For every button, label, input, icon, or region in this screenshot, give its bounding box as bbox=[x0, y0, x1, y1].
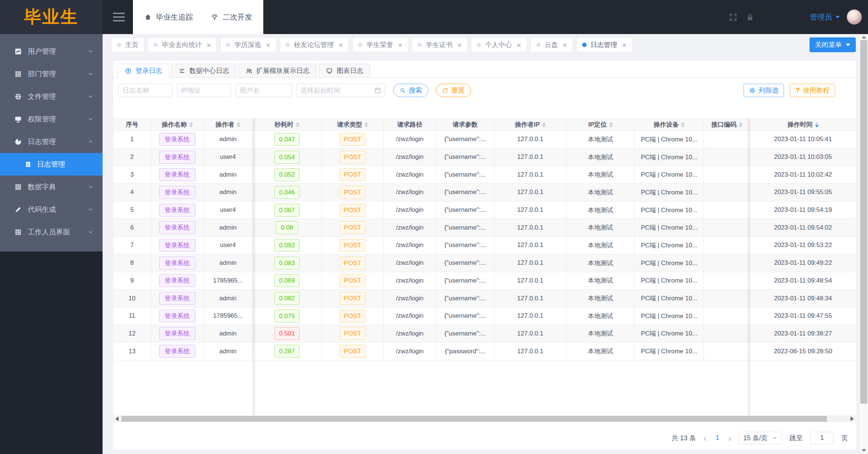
column-label: IP定位 bbox=[588, 120, 607, 129]
close-icon[interactable]: × bbox=[457, 41, 462, 49]
horizontal-scrollbar[interactable] bbox=[113, 415, 856, 422]
table-row: 12登录系统admin0.501POST/zwz/login{"username… bbox=[113, 325, 856, 343]
close-icon[interactable]: × bbox=[622, 41, 627, 49]
sidebar-item-工作人员界面[interactable]: 工作人员界面 bbox=[0, 221, 103, 243]
sidebar-item-权限管理[interactable]: 权限管理 bbox=[0, 108, 103, 130]
menu-toggle-icon[interactable] bbox=[113, 13, 125, 21]
log-name-input[interactable] bbox=[118, 84, 173, 97]
start-time-input[interactable] bbox=[296, 84, 385, 97]
reset-button[interactable]: 重置 bbox=[436, 84, 471, 97]
sidebar-item-用户管理[interactable]: 用户管理 bbox=[0, 40, 103, 63]
cell-no: 6 bbox=[113, 219, 151, 236]
top-nav-二次开发[interactable]: 二次开发 bbox=[211, 12, 252, 22]
close-menu-label: 关闭菜单 bbox=[815, 40, 842, 49]
sidebar-item-代码生成[interactable]: 代码生成 bbox=[0, 198, 103, 221]
vertical-scrollbar[interactable] bbox=[859, 34, 868, 454]
cell-code bbox=[704, 343, 750, 360]
current-page[interactable]: 1 bbox=[714, 434, 721, 442]
tab-扩展模块展示日志[interactable]: 扩展模块展示日志 bbox=[238, 64, 317, 78]
tab-chip-毕业去向统计[interactable]: 毕业去向统计× bbox=[148, 37, 217, 52]
close-icon[interactable]: × bbox=[207, 41, 211, 49]
cell-code bbox=[704, 290, 750, 307]
column-header-loc[interactable]: IP定位 bbox=[567, 119, 635, 130]
column-header-device[interactable]: 操作设备 bbox=[635, 119, 704, 130]
tab-chip-主页[interactable]: 主页 bbox=[111, 37, 144, 52]
cell-method: POST bbox=[322, 219, 384, 236]
sidebar-item-部门管理[interactable]: 部门管理 bbox=[0, 63, 103, 85]
column-header-ip[interactable]: 操作者IP bbox=[494, 119, 567, 130]
cell-cost: 0.052 bbox=[253, 166, 322, 183]
cell-device: PC端 | Chrome 10... bbox=[635, 290, 704, 307]
top-nav-毕业生追踪[interactable]: 毕业生追踪 bbox=[144, 12, 193, 22]
close-menu-button[interactable]: 关闭菜单 bbox=[809, 37, 856, 52]
cell-code bbox=[704, 307, 750, 325]
scroll-left-arrow-icon[interactable] bbox=[113, 415, 121, 422]
close-icon[interactable]: × bbox=[266, 41, 270, 49]
tab-chip-学生证书[interactable]: 学生证书× bbox=[412, 37, 467, 52]
sidebar-item-文件管理[interactable]: 文件管理 bbox=[0, 85, 103, 108]
cell-params: {"username":... bbox=[436, 166, 494, 183]
lock-icon[interactable] bbox=[745, 13, 755, 22]
column-header-method[interactable]: 请求类型 bbox=[322, 119, 384, 130]
cell-operator: 1785965... bbox=[204, 307, 253, 325]
cell-cost: 0.501 bbox=[253, 325, 322, 343]
cell-ip: 127.0.0.1 bbox=[494, 307, 567, 325]
column-label: 请求路径 bbox=[397, 120, 423, 129]
cell-code bbox=[704, 325, 750, 343]
cell-device: PC端 | Chrome 10... bbox=[635, 184, 704, 201]
scroll-down-arrow-icon[interactable] bbox=[859, 447, 868, 453]
ip-input[interactable] bbox=[177, 84, 231, 97]
cell-operator: admin bbox=[204, 219, 253, 236]
sidebar-subitem-日志管理[interactable]: 日志管理 bbox=[0, 153, 103, 176]
tab-chip-label: 日志管理 bbox=[591, 40, 617, 49]
cell-opName: 登录系统 bbox=[151, 237, 204, 254]
horizontal-scrollbar-thumb[interactable] bbox=[121, 416, 827, 422]
list-icon bbox=[178, 67, 186, 74]
search-button[interactable]: 搜索 bbox=[393, 84, 428, 97]
user-menu[interactable]: 管理员 bbox=[810, 12, 840, 22]
tab-chip-学生荣誉[interactable]: 学生荣誉× bbox=[353, 37, 408, 52]
jump-page-input[interactable] bbox=[810, 432, 834, 444]
tab-chip-个人中心[interactable]: 个人中心× bbox=[471, 37, 527, 52]
tab-chip-学历深造[interactable]: 学历深造× bbox=[220, 37, 276, 52]
column-header-operator[interactable]: 操作者 bbox=[204, 119, 253, 130]
tab-数据中心日志[interactable]: 数据中心日志 bbox=[171, 64, 236, 78]
chevron-up-icon bbox=[87, 138, 94, 145]
vertical-scrollbar-thumb[interactable] bbox=[860, 40, 867, 404]
column-header-time[interactable]: 操作时间 bbox=[750, 119, 856, 130]
next-page-icon[interactable]: › bbox=[728, 433, 731, 443]
close-icon[interactable]: × bbox=[398, 41, 403, 49]
table-row: 3登录系统admin0.052POST/zwz/login{"username"… bbox=[113, 166, 856, 184]
tab-dot-icon bbox=[286, 43, 290, 47]
tab-登录日志[interactable]: 登录日志 bbox=[118, 64, 169, 78]
content-area: 登录日志数据中心日志扩展模块展示日志图表日志 搜索 重置 列筛选 bbox=[103, 56, 868, 454]
column-header-code[interactable]: 接口编码 bbox=[704, 119, 750, 130]
close-icon[interactable]: × bbox=[339, 41, 343, 49]
scroll-up-arrow-icon[interactable] bbox=[859, 34, 868, 40]
close-icon[interactable]: × bbox=[517, 41, 521, 49]
table-row: 1登录系统admin0.047POST/zwz/login{"username"… bbox=[113, 131, 856, 148]
column-header-opName[interactable]: 操作名称 bbox=[151, 119, 204, 130]
cell-operator: admin bbox=[204, 290, 253, 307]
cell-ip: 127.0.0.1 bbox=[494, 254, 567, 272]
scroll-right-arrow-icon[interactable] bbox=[848, 415, 856, 422]
sidebar-item-日志管理[interactable]: 日志管理 bbox=[0, 130, 103, 153]
page-size-select[interactable]: 15 条/页 bbox=[739, 432, 782, 444]
avatar[interactable] bbox=[847, 9, 862, 25]
tutorial-button[interactable]: ? 使用教程 bbox=[790, 84, 835, 97]
sidebar-item-数据字典[interactable]: 数据字典 bbox=[0, 176, 103, 198]
cell-method: POST bbox=[322, 290, 384, 307]
calendar-icon bbox=[374, 87, 381, 94]
tab-chip-云盘[interactable]: 云盘× bbox=[531, 37, 573, 52]
cell-path: /zwz/login bbox=[384, 272, 436, 290]
column-header-cost[interactable]: 秒耗时 bbox=[253, 119, 322, 130]
username-input[interactable] bbox=[236, 84, 292, 97]
tab-chip-校友论坛管理[interactable]: 校友论坛管理× bbox=[280, 37, 349, 52]
cell-device: PC端 | Chrome 10... bbox=[635, 272, 704, 290]
tab-图表日志[interactable]: 图表日志 bbox=[319, 64, 370, 78]
close-icon[interactable]: × bbox=[563, 41, 567, 49]
tab-chip-日志管理[interactable]: 日志管理× bbox=[577, 37, 632, 52]
fullscreen-icon[interactable] bbox=[728, 13, 738, 22]
prev-page-icon[interactable]: ‹ bbox=[704, 433, 707, 443]
column-filter-button[interactable]: 列筛选 bbox=[744, 84, 784, 97]
